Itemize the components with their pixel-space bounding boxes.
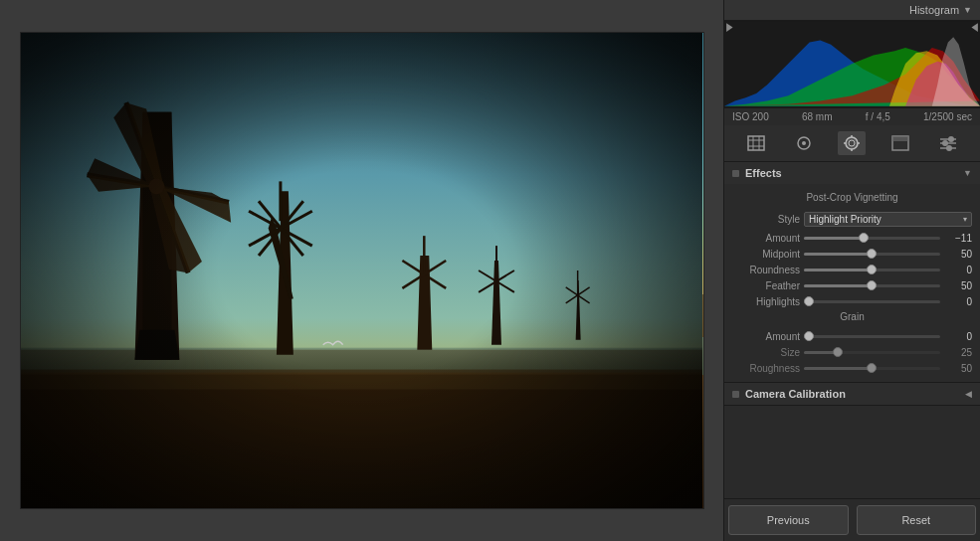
- grain-amount-track[interactable]: [804, 335, 940, 338]
- grain-amount-container: [804, 330, 940, 342]
- style-label: Style: [732, 214, 800, 225]
- highlights-label: Highlights: [732, 296, 800, 307]
- reset-button[interactable]: Reset: [857, 505, 977, 535]
- roundness-label: Roundness: [732, 265, 800, 275]
- aperture-value: f / 4,5: [866, 111, 890, 122]
- bottom-buttons: Previous Reset: [724, 498, 980, 541]
- crop-tool-icon[interactable]: [742, 131, 770, 155]
- focal-value: 68 mm: [802, 111, 833, 122]
- amount-track[interactable]: [804, 237, 940, 240]
- highlights-thumb[interactable]: [804, 296, 814, 306]
- grain-size-track[interactable]: [804, 351, 940, 354]
- grain-amount-row: Amount 0: [724, 328, 980, 344]
- roundness-track[interactable]: [804, 269, 940, 271]
- feather-label: Feather: [732, 280, 800, 291]
- amount-value: −11: [944, 233, 972, 244]
- windmills-svg: [21, 33, 702, 508]
- histogram-title: Histogram: [909, 4, 959, 16]
- effects-content: Post-Crop Vignetting Style Highlight Pri…: [724, 184, 980, 382]
- amount-thumb[interactable]: [859, 233, 869, 243]
- feather-fill: [804, 284, 873, 287]
- photo-frame: [20, 32, 704, 509]
- histogram-header[interactable]: Histogram ▼: [724, 0, 980, 20]
- svg-point-57: [849, 140, 855, 146]
- svg-point-65: [946, 145, 952, 151]
- midpoint-track[interactable]: [804, 253, 940, 256]
- amount-fill: [804, 237, 864, 240]
- highlights-slider-container: [804, 295, 940, 307]
- histogram-svg: [724, 20, 980, 107]
- right-panel: Histogram ▼ ISO 200 68 mm f: [723, 0, 980, 541]
- style-select-value: Highlight Priority: [809, 214, 882, 225]
- grain-size-label: Size: [732, 347, 800, 358]
- redeye-icon[interactable]: [838, 131, 866, 155]
- grain-roughness-row: Roughness 50: [724, 360, 980, 376]
- previous-button[interactable]: Previous: [728, 505, 849, 535]
- graduated-filter-icon[interactable]: [886, 131, 914, 155]
- panel-scroll[interactable]: Effects ▼ Post-Crop Vignetting Style Hig…: [724, 162, 980, 498]
- grain-roughness-value: 50: [944, 363, 972, 374]
- style-select[interactable]: Highlight Priority ▾: [804, 212, 972, 227]
- svg-point-51: [802, 141, 806, 145]
- roundness-slider-container: [804, 264, 940, 275]
- style-select-arrow: ▾: [963, 215, 967, 224]
- svg-point-61: [948, 136, 954, 142]
- grain-size-thumb[interactable]: [833, 347, 843, 357]
- camera-calibration-title: Camera Calibration: [745, 388, 846, 400]
- effects-section-header[interactable]: Effects ▼: [724, 162, 980, 184]
- grain-size-container: [804, 346, 940, 358]
- histogram-meta: ISO 200 68 mm f / 4,5 1/2500 sec: [724, 107, 980, 125]
- midpoint-slider-row: Midpoint 50: [724, 246, 980, 262]
- amount-label: Amount: [732, 233, 800, 244]
- grain-size-value: 25: [944, 347, 972, 358]
- post-crop-vignetting-title: Post-Crop Vignetting: [724, 190, 980, 205]
- tool-icons-row: [724, 125, 980, 162]
- feather-value: 50: [944, 280, 972, 291]
- highlights-slider-row: Highlights 0: [724, 293, 980, 309]
- style-row: Style Highlight Priority ▾: [724, 209, 980, 230]
- effects-title: Effects: [745, 167, 782, 179]
- highlights-track[interactable]: [804, 300, 940, 303]
- camera-calibration-section: Camera Calibration ◀: [724, 383, 980, 406]
- grain-title: Grain: [724, 309, 980, 324]
- feather-track[interactable]: [804, 284, 940, 287]
- midpoint-slider-container: [804, 248, 940, 260]
- roundness-value: 0: [944, 265, 972, 275]
- svg-point-63: [942, 140, 948, 146]
- midpoint-thumb[interactable]: [867, 249, 877, 259]
- highlights-value: 0: [944, 296, 972, 307]
- amount-slider-container: [804, 232, 940, 244]
- spot-removal-icon[interactable]: [790, 131, 818, 155]
- histogram-chevron: ▼: [963, 5, 972, 15]
- grain-roughness-thumb[interactable]: [867, 363, 877, 373]
- svg-rect-45: [748, 136, 764, 150]
- effects-chevron: ▼: [963, 168, 972, 178]
- roundness-slider-row: Roundness 0: [724, 262, 980, 277]
- calib-chevron: ◀: [965, 389, 972, 399]
- photo-area: [0, 0, 723, 541]
- grain-roughness-label: Roughness: [732, 363, 800, 374]
- midpoint-label: Midpoint: [732, 249, 800, 260]
- roundness-fill: [804, 269, 873, 271]
- grain-roughness-track[interactable]: [804, 367, 940, 370]
- grain-amount-thumb[interactable]: [804, 331, 814, 341]
- amount-slider-row: Amount −11: [724, 230, 980, 246]
- feather-thumb[interactable]: [867, 280, 877, 290]
- svg-rect-41: [21, 33, 702, 508]
- camera-calibration-header[interactable]: Camera Calibration ◀: [724, 383, 980, 405]
- grain-amount-value: 0: [944, 331, 972, 342]
- calib-header-left: Camera Calibration: [732, 388, 846, 400]
- midpoint-fill: [804, 253, 873, 256]
- grain-roughness-container: [804, 362, 940, 374]
- midpoint-value: 50: [944, 249, 972, 260]
- roundness-thumb[interactable]: [867, 265, 877, 274]
- effects-header-left: Effects: [732, 167, 782, 179]
- grain-roughness-fill: [804, 367, 873, 370]
- shutter-value: 1/2500 sec: [923, 111, 972, 122]
- effects-dot: [732, 170, 739, 177]
- iso-value: ISO 200: [732, 111, 769, 122]
- grain-size-row: Size 25: [724, 344, 980, 360]
- grain-amount-label: Amount: [732, 331, 800, 342]
- histogram-canvas: [724, 20, 980, 107]
- adjustments-icon[interactable]: [934, 131, 962, 155]
